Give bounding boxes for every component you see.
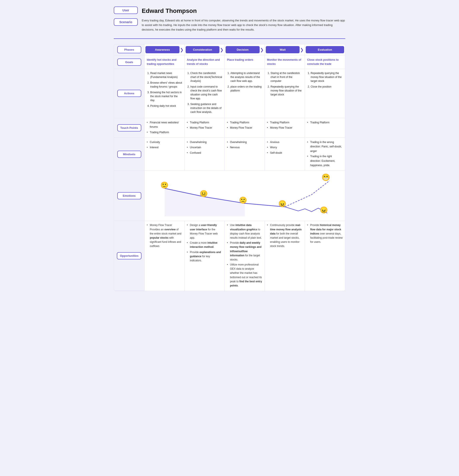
phase-evaluation-box: Evaluation: [306, 46, 344, 53]
actions-4: Repeatedly querying the money flow situa…: [305, 69, 345, 118]
goals-label: Goals: [117, 59, 141, 66]
phase-consideration-box: Consideration: [186, 46, 220, 53]
ms-4-0: Trading in the wrong direction: Panic, s…: [307, 140, 343, 153]
tp-0-1: Trading Platform: [147, 130, 182, 135]
action-4-1: Close the position: [311, 85, 343, 89]
ms-1-1: Uncertain: [187, 145, 222, 150]
opp-1-2: Provide explanations and guidance for ke…: [187, 250, 222, 263]
opp-2-2: Utilize more professional GEX data to an…: [227, 263, 263, 288]
ms-0-1: Interest: [147, 145, 182, 150]
tp-1-0: Trading Platform: [187, 120, 222, 125]
goal-1: Analyze the direction and trends of stoc…: [185, 55, 225, 69]
ms-2: Overwhelming Nervous: [225, 138, 265, 171]
tp-3-1: Money Flow Tracer: [267, 126, 303, 130]
emoji-evaluation-happy: 😁: [322, 173, 330, 181]
phase-arrow-1: ❯: [180, 47, 184, 52]
touchpoints-label: Touch Points: [117, 124, 141, 131]
emoji-consideration: 😐: [200, 190, 208, 197]
emoji-awareness: 🙂: [160, 181, 168, 189]
goal-0: Identify hot stocks and trading opportun…: [144, 55, 185, 69]
user-name: Edward Thompson: [142, 8, 197, 14]
tp-2-1: Money Flow Tracer: [227, 126, 263, 130]
phases-label: Phases: [117, 46, 141, 53]
tp-1: Trading Platform Money Flow Tracer: [185, 118, 225, 138]
action-1-1: Input code command to check the stock's …: [190, 85, 222, 101]
emotions-svg: [144, 171, 345, 221]
ms-4-1: Trading in the right direction: Exciteme…: [307, 154, 343, 168]
action-4-0: Repeatedly querying the money flow situa…: [311, 71, 343, 83]
opp-4-text: Provide historical money flow data for m…: [307, 223, 343, 244]
phase-decision: Decision ❯: [225, 44, 265, 55]
divider: [114, 38, 345, 39]
touchpoints-label-cell: Touch Points: [114, 118, 144, 138]
opp-3: Continuously provide real-time money flo…: [265, 221, 305, 291]
ms-3-0: Anxious: [267, 140, 303, 144]
tp-3-0: Trading Platform: [267, 120, 303, 125]
emotions-label-cell: Emotions: [114, 171, 144, 221]
opp-1: Design a user-friendly user interface fo…: [185, 221, 225, 291]
action-0-1: Browse others' views about trading forum…: [150, 81, 182, 89]
action-3-1: Repeatedly querying the money flow situa…: [271, 85, 303, 96]
phase-decision-box: Decision: [226, 46, 260, 53]
tp-2-0: Trading Platform: [227, 120, 263, 125]
emoji-decision: 🙁: [239, 196, 247, 204]
phase-awareness-box: Awareness: [145, 46, 179, 53]
goal-4: Close stock positions to conclude the tr…: [305, 55, 345, 69]
scenario-label: Scenario: [114, 18, 138, 26]
phase-awareness: Awareness ❯: [144, 44, 185, 55]
phase-arrow-4: ❯: [300, 47, 304, 52]
actions-label-cell: Actions: [114, 69, 144, 118]
ms-3-1: Worry: [267, 145, 303, 150]
phase-arrow-2: ❯: [220, 47, 224, 52]
phase-consideration: Consideration ❯: [185, 44, 225, 55]
actions-0: Read market news (Fundamental Analysis) …: [144, 69, 185, 118]
emoji-evaluation-angry: 😠: [320, 206, 328, 214]
opp-1-0: Design a user-friendly user interface fo…: [187, 223, 222, 240]
user-label: User: [114, 7, 138, 14]
emoji-wait: 😠: [278, 200, 286, 207]
ms-1-0: Overwhelming: [187, 140, 222, 144]
phase-wait-box: Wait: [266, 46, 300, 53]
ms-2-1: Nervous: [227, 145, 263, 150]
action-2-1: place orders on the trading platform: [230, 85, 263, 93]
ms-0: Curiosity Interest: [144, 138, 185, 171]
ms-3-2: Self-doubt: [267, 151, 303, 155]
tp-3: Trading Platform Money Flow Tracer: [265, 118, 305, 138]
opp-0: Money Flow Tracer Provides an overview o…: [144, 221, 185, 291]
ms-1: Overwhelming Uncertain Confused: [185, 138, 225, 171]
opp-4: Provide historical money flow data for m…: [305, 221, 345, 291]
phase-arrow-3: ❯: [260, 47, 264, 52]
emotions-chart: 🙂 😐 🙁 😠 😁 😠: [144, 171, 345, 221]
actions-2: Attempting to understand the analysis re…: [225, 69, 265, 118]
mindsets-label-cell: Mindsets: [114, 138, 144, 171]
opportunities-label: Opportunities: [117, 252, 142, 259]
opp-2: Use intuitive data visualization graphic…: [225, 221, 265, 291]
phase-wait: Wait ❯: [265, 44, 305, 55]
ms-0-0: Curiosity: [147, 140, 182, 144]
goal-2: Place trading orders: [225, 55, 265, 69]
ms-2-0: Overwhelming: [227, 140, 263, 144]
action-0-2: Browsing the hot sectors in the stock ma…: [150, 90, 182, 102]
ms-3: Anxious Worry Self-doubt: [265, 138, 305, 171]
action-0-0: Read market news (Fundamental Analysis): [150, 71, 182, 79]
ms-4: Trading in the wrong direction: Panic, s…: [305, 138, 345, 171]
opportunities-label-cell: Opportunities: [114, 221, 144, 291]
phases-label-cell: Phases: [114, 44, 144, 55]
opp-1-1: Create a more intuitive interaction meth…: [187, 241, 222, 249]
action-1-2: Seeking guidance and instruction on the …: [190, 102, 222, 114]
tp-0: Financial news websites/ forums Trading …: [144, 118, 185, 138]
journey-map: Phases Awareness ❯ Consideration ❯ Decis…: [114, 44, 345, 291]
phase-evaluation: Evaluation: [305, 44, 345, 55]
actions-label: Actions: [117, 90, 141, 97]
tp-4-0: Trading Platform: [307, 120, 343, 125]
mindsets-label: Mindsets: [117, 151, 141, 158]
action-2-0: Attempting to understand the analysis re…: [230, 71, 263, 83]
actions-3: Staring at the candlestick chart in fron…: [265, 69, 305, 118]
ms-1-2: Confused: [187, 151, 222, 155]
action-3-0: Staring at the candlestick chart in fron…: [271, 71, 303, 83]
scenario-section: Scenario Every trading day, Edward sits …: [114, 18, 345, 32]
tp-4: Trading Platform: [305, 118, 345, 138]
page-container: User Edward Thompson Scenario Every trad…: [109, 0, 350, 300]
action-0-3: Picking daily hot stock: [150, 104, 182, 108]
opp-3-text: Continuously provide real-time money flo…: [267, 223, 303, 248]
